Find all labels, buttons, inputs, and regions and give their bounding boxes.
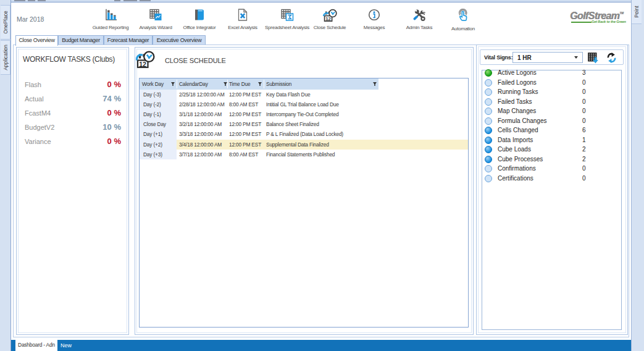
svg-text:12: 12 (139, 61, 146, 68)
svg-text:12: 12 (325, 16, 331, 22)
